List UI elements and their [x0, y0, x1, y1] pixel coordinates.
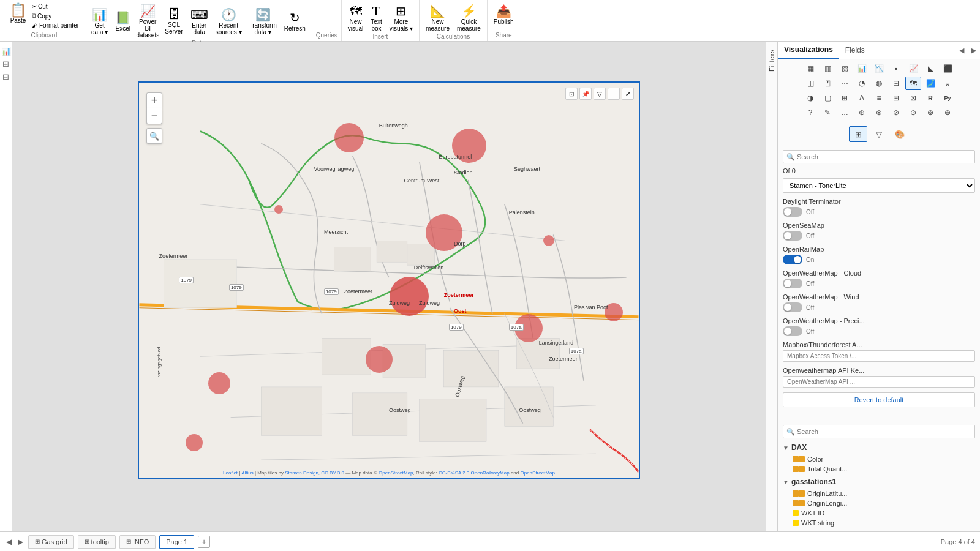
- viz-r-icon[interactable]: R: [922, 91, 938, 105]
- publish-button[interactable]: 📤 Publish: [491, 2, 516, 26]
- gasstations-item-wktid[interactable]: WKT ID: [783, 508, 975, 518]
- viz-ribbon-icon[interactable]: ◫: [802, 77, 818, 90]
- viz-filled-map-icon[interactable]: 🗾: [922, 77, 938, 90]
- openWeatherMap-cloud-toggle[interactable]: [783, 279, 802, 288]
- viz-donut-icon[interactable]: ◍: [871, 77, 887, 90]
- map-style-select[interactable]: Stamen - TonerLite OpenStreetMap Bing Ma…: [783, 178, 975, 193]
- visualizations-tab[interactable]: Visualizations: [778, 42, 839, 59]
- more-visuals-button[interactable]: ⊞ Morevisuals ▾: [387, 2, 415, 33]
- openWeatherMap-wind-toggle[interactable]: [783, 302, 802, 312]
- viz-table-icon[interactable]: ⊟: [888, 91, 904, 105]
- paste-button[interactable]: 📋 Paste: [7, 2, 29, 25]
- daylight-terminator-toggle[interactable]: [783, 207, 802, 217]
- search-location-button[interactable]: 🔍: [146, 128, 162, 144]
- panel-chevron-left[interactable]: ◀: [956, 43, 968, 58]
- tab-tooltip[interactable]: ⊞ tooltip: [78, 535, 116, 549]
- enter-data-button[interactable]: ⌨ Enterdata: [188, 6, 211, 37]
- nav-arrow-prev[interactable]: ◀: [5, 538, 13, 546]
- tab-gas-grid[interactable]: ⊞ Gas grid: [28, 535, 74, 549]
- fields-tab[interactable]: Fields: [839, 42, 871, 58]
- transform-data-button[interactable]: 🔄 Transformdata ▾: [247, 6, 279, 37]
- zoom-in-button[interactable]: +: [146, 92, 162, 108]
- viz-custom1-icon[interactable]: …: [837, 106, 853, 119]
- viz-custom5-icon[interactable]: ⊙: [905, 106, 921, 119]
- panel-chevron-right[interactable]: ▶: [968, 43, 980, 58]
- zoom-out-button[interactable]: −: [146, 108, 162, 124]
- viz-line-col-icon[interactable]: ⬛: [940, 62, 956, 75]
- viz-gauge-icon[interactable]: ◑: [802, 91, 818, 105]
- viz-custom7-icon[interactable]: ⊛: [940, 106, 956, 119]
- viz-stacked-bar-icon[interactable]: ▦: [802, 62, 818, 75]
- gasstations-item-originlat[interactable]: OriginLatitu...: [783, 489, 975, 498]
- viz-waterfall-icon[interactable]: ⍞: [820, 77, 835, 90]
- refresh-button[interactable]: ↻ Refresh: [282, 9, 308, 33]
- fields-format-icon[interactable]: 🎨: [891, 126, 909, 142]
- viz-area-icon[interactable]: ◣: [922, 62, 938, 75]
- map-visual[interactable]: Buitenwegh Voorwegllagweg Europatunnel C…: [138, 81, 640, 479]
- tab-page1[interactable]: Page 1: [159, 535, 194, 549]
- viz-stacked100-col-icon[interactable]: ▪: [888, 62, 904, 75]
- nav-arrow-next[interactable]: ▶: [17, 538, 24, 546]
- viz-slicer-icon[interactable]: ≡: [871, 91, 887, 105]
- map-expand-button[interactable]: ⤢: [622, 88, 634, 100]
- map-pin-button[interactable]: 📌: [579, 88, 592, 100]
- power-bi-datasets-button[interactable]: 📈 Power BI datasets: [135, 2, 160, 40]
- openSeaMap-toggle[interactable]: [783, 231, 802, 241]
- map-filter-button[interactable]: ▽: [594, 88, 606, 100]
- dax-item-color[interactable]: Color: [783, 454, 975, 464]
- viz-card-icon[interactable]: ▢: [820, 91, 835, 105]
- map-more-button[interactable]: ⋯: [608, 88, 620, 100]
- viz-stacked100-bar-icon[interactable]: ▧: [837, 62, 853, 75]
- add-page-button[interactable]: +: [198, 536, 210, 548]
- data-view-icon[interactable]: ⊞: [2, 59, 9, 69]
- sql-server-button[interactable]: 🗄 SQLServer: [162, 6, 185, 36]
- gasstations-item-wktstring[interactable]: WKT string: [783, 518, 975, 528]
- format-painter-button[interactable]: 🖌Format painter: [30, 21, 81, 29]
- quick-measure-button[interactable]: ⚡ Quickmeasure: [454, 2, 483, 33]
- openWeatherMap-preci-toggle[interactable]: [783, 326, 802, 336]
- map-focus-button[interactable]: ⊡: [565, 88, 578, 100]
- model-view-icon[interactable]: ⊟: [2, 72, 9, 81]
- viz-multirow-icon[interactable]: ⊞: [837, 91, 853, 105]
- report-view-icon[interactable]: 📊: [1, 47, 11, 56]
- viz-clustered-bar-icon[interactable]: ▥: [820, 62, 835, 75]
- layer-search-input[interactable]: [783, 150, 975, 163]
- viz-kpi-icon[interactable]: Λ: [854, 91, 870, 105]
- copy-button[interactable]: ⧉Copy: [30, 12, 81, 20]
- openRailMap-toggle[interactable]: [783, 255, 802, 264]
- viz-clustered-col-icon[interactable]: 📉: [871, 62, 887, 75]
- viz-treemap-icon[interactable]: ⊟: [888, 77, 904, 90]
- gasstations-item-originlong[interactable]: OriginLongi...: [783, 498, 975, 508]
- fields-build-icon[interactable]: ⊞: [849, 126, 867, 142]
- viz-custom2-icon[interactable]: ⊕: [854, 106, 870, 119]
- viz-map-icon[interactable]: 🗺: [905, 77, 921, 90]
- viz-pie-icon[interactable]: ◔: [854, 77, 870, 90]
- dax-item-total-quant[interactable]: Total Quant...: [783, 464, 975, 474]
- viz-scatter-icon[interactable]: ⋯: [837, 77, 853, 90]
- viz-custom6-icon[interactable]: ⊚: [922, 106, 938, 119]
- openweathermap-api-token-input[interactable]: [783, 376, 975, 388]
- tab-info[interactable]: ⊞ INFO: [119, 535, 156, 549]
- viz-py-icon[interactable]: Py: [940, 91, 956, 105]
- viz-smart-narrative-icon[interactable]: ✎: [820, 106, 835, 119]
- get-data-button[interactable]: 📊 Getdata ▾: [89, 6, 110, 37]
- mapbox-token-input[interactable]: [783, 350, 975, 362]
- new-measure-button[interactable]: 📐 Newmeasure: [423, 2, 452, 33]
- fields-search-input[interactable]: [783, 425, 975, 438]
- recent-sources-button[interactable]: 🕐 Recentsources ▾: [213, 6, 244, 37]
- excel-button[interactable]: 📗 Excel: [113, 9, 133, 33]
- viz-matrix-icon[interactable]: ⊠: [905, 91, 921, 105]
- gasstations-header[interactable]: ▼ gasstations1: [783, 476, 975, 487]
- new-visual-button[interactable]: 🗺 Newvisual: [345, 3, 366, 33]
- cut-button[interactable]: ✂Cut: [30, 2, 81, 10]
- viz-line-icon[interactable]: 📈: [905, 62, 921, 75]
- viz-stacked-col-icon[interactable]: 📊: [854, 62, 870, 75]
- viz-qna-icon[interactable]: ?: [802, 106, 818, 119]
- viz-custom4-icon[interactable]: ⊘: [888, 106, 904, 119]
- viz-custom3-icon[interactable]: ⊗: [871, 106, 887, 119]
- text-box-button[interactable]: T Textbox: [368, 3, 384, 33]
- viz-funnel-icon[interactable]: ⌅: [940, 77, 956, 90]
- fields-filter-icon[interactable]: ▽: [870, 126, 888, 142]
- revert-to-default-button[interactable]: Revert to default: [783, 392, 975, 407]
- dax-header[interactable]: ▼ DAX: [783, 442, 975, 453]
